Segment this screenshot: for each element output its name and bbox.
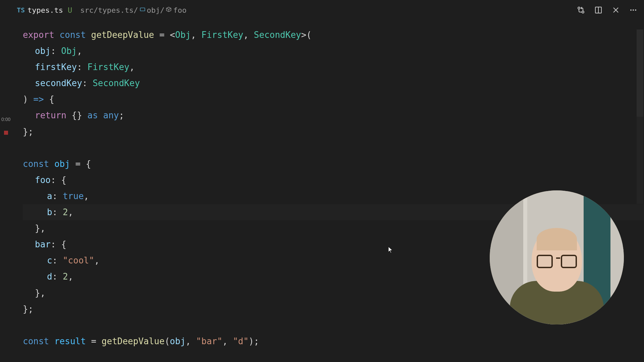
code-line[interactable]: firstKey: FirstKey, xyxy=(23,59,644,75)
svg-point-1 xyxy=(578,7,580,9)
mouse-cursor-icon xyxy=(388,247,393,254)
code-line[interactable]: obj: Obj, xyxy=(23,43,644,59)
breadcrumb[interactable]: src/types.ts/ obj/ foo xyxy=(80,6,186,14)
video-timestamp: 0:00 xyxy=(1,117,10,122)
code-line[interactable]: foo: { xyxy=(23,172,644,188)
compare-changes-icon[interactable] xyxy=(577,6,585,14)
code-line[interactable]: const result = getDeepValue(obj, "bar", … xyxy=(23,333,644,349)
svg-point-8 xyxy=(633,9,634,11)
code-line[interactable] xyxy=(23,140,644,156)
recording-indicator-icon xyxy=(4,131,8,135)
split-editor-icon[interactable] xyxy=(594,6,602,14)
webcam-person xyxy=(490,190,624,324)
breadcrumb-path[interactable]: src/types.ts/ xyxy=(80,6,138,14)
typescript-icon: TS xyxy=(17,6,25,14)
code-line[interactable]: export const getDeepValue = <Obj, FirstK… xyxy=(23,27,644,43)
symbol-method-icon xyxy=(166,6,172,14)
svg-point-9 xyxy=(635,9,636,11)
webcam-overlay xyxy=(490,190,624,324)
minimap-region[interactable] xyxy=(637,117,643,204)
tab-git-status: U xyxy=(68,6,72,14)
editor-actions xyxy=(577,6,637,14)
svg-point-2 xyxy=(582,11,584,13)
tab-filename[interactable]: types.ts xyxy=(28,6,63,14)
svg-rect-0 xyxy=(140,8,145,11)
breadcrumb-symbol-2[interactable]: foo xyxy=(173,6,186,14)
close-icon[interactable] xyxy=(612,6,620,14)
minimap-scrollbar[interactable] xyxy=(637,29,643,117)
breadcrumb-symbol-1[interactable]: obj/ xyxy=(147,6,165,14)
svg-point-7 xyxy=(630,9,632,11)
code-line[interactable]: }; xyxy=(23,124,644,140)
editor-tab-bar: TS types.ts U src/types.ts/ obj/ foo xyxy=(0,0,644,20)
code-line[interactable]: return {} as any; xyxy=(23,107,644,123)
code-line[interactable]: secondKey: SecondKey xyxy=(23,75,644,91)
code-line[interactable]: ) => { xyxy=(23,91,644,107)
tab-group: TS types.ts U src/types.ts/ obj/ foo xyxy=(17,6,186,14)
more-actions-icon[interactable] xyxy=(629,6,637,14)
code-line[interactable]: const obj = { xyxy=(23,156,644,172)
symbol-variable-icon xyxy=(140,6,146,14)
